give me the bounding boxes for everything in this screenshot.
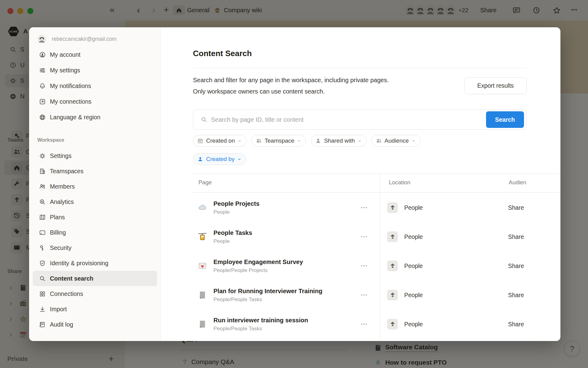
row-actions-button[interactable] (360, 320, 368, 328)
menu-item-label: Identity & provisioning (50, 260, 108, 267)
settings-menu-item[interactable]: Audit log (33, 317, 157, 332)
menu-item-icon (39, 214, 46, 221)
search-button[interactable]: Search (486, 111, 524, 128)
menu-item-label: Content search (50, 275, 93, 282)
menu-item-icon (39, 244, 46, 251)
row-actions-button[interactable] (360, 262, 368, 270)
page-icon (198, 203, 207, 213)
table-row[interactable]: People Tasks People People Share (193, 222, 560, 251)
audience-cell: Share (508, 262, 524, 269)
settings-menu-item[interactable]: Members (33, 179, 157, 194)
settings-menu-item[interactable]: My account (33, 47, 157, 63)
page-path-cell: People (213, 238, 252, 244)
filter-chip-label: Created on (206, 137, 235, 144)
filter-chip[interactable]: Created on (193, 135, 247, 147)
settings-menu-item[interactable]: Connections (33, 286, 157, 301)
filter-chip[interactable]: Shared with (311, 135, 366, 147)
settings-menu-item[interactable]: Content search (33, 271, 157, 286)
settings-menu-item[interactable]: My settings (33, 63, 157, 78)
teamspace-flower-icon (387, 319, 398, 329)
settings-menu-item[interactable]: Import (33, 301, 157, 317)
settings-menu-item[interactable]: My notifications (33, 78, 157, 94)
menu-item-icon (39, 229, 46, 236)
active-filter-row: Created by (193, 153, 246, 165)
filter-chip[interactable]: Teamspace (251, 135, 306, 147)
menu-item-icon (39, 67, 46, 74)
settings-menu-item[interactable]: Billing (33, 225, 157, 240)
filter-chip[interactable]: Audience (371, 135, 420, 147)
account-email: rebeccamcakir@gmail.com (52, 36, 116, 42)
location-cell: People (387, 260, 423, 271)
page-icon (198, 319, 207, 329)
filter-chip-icon (197, 156, 203, 162)
page-title-cell[interactable]: Plan for Running Interviewer Training (213, 287, 322, 294)
menu-item-label: Plans (50, 214, 65, 221)
settings-menu-item[interactable]: Analytics (33, 194, 157, 209)
account-avatar (37, 35, 46, 44)
settings-menu-item[interactable]: Settings (33, 148, 157, 163)
search-icon (201, 116, 207, 123)
settings-menu-item[interactable]: Security (33, 240, 157, 255)
table-row[interactable]: People Projects People People Share (193, 193, 560, 222)
divider (193, 68, 527, 68)
teamspace-flower-icon (387, 289, 398, 300)
menu-item-label: My notifications (50, 82, 91, 90)
location-cell: People (387, 231, 423, 242)
menu-item-label: My settings (50, 67, 80, 74)
audience-cell: Share (508, 320, 524, 328)
filter-chip[interactable]: Created by (193, 153, 246, 165)
row-actions-button[interactable] (360, 203, 368, 212)
settings-menu-item[interactable]: Plans (33, 209, 157, 225)
row-actions-button[interactable] (360, 291, 368, 299)
menu-item-icon (39, 51, 46, 58)
filter-chip-icon (197, 138, 203, 144)
column-header-location: Location (389, 179, 410, 186)
filter-chips-row: Created on Teamspace Shared with Audienc… (193, 135, 420, 147)
page-title-cell[interactable]: People Projects (213, 200, 259, 207)
page-path-cell: People/People Tasks (213, 296, 322, 302)
ellipsis-icon (360, 262, 368, 270)
menu-item-label: My account (50, 51, 81, 58)
menu-item-icon (39, 168, 46, 175)
menu-item-icon (39, 114, 46, 121)
menu-item-label: Security (50, 244, 71, 251)
filter-chip-label: Teamspace (265, 137, 294, 144)
menu-item-icon (39, 306, 46, 313)
table-row[interactable]: Plan for Running Interviewer Training Pe… (193, 280, 560, 309)
page-path-cell: People/People Tasks (213, 325, 308, 332)
settings-menu-item[interactable]: Identity & provisioning (33, 255, 157, 271)
ellipsis-icon (360, 291, 368, 299)
table-row[interactable]: Run interviewer training session People/… (193, 309, 560, 339)
menu-item-icon (39, 152, 46, 159)
menu-item-icon (39, 198, 46, 205)
menu-item-label: Members (50, 183, 75, 190)
settings-menu-item[interactable]: My connections (33, 94, 157, 109)
settings-menu-item[interactable]: Language & region (33, 109, 157, 125)
page-title-cell[interactable]: Employee Engagement Survey (213, 258, 303, 265)
menu-item-label: Settings (50, 152, 71, 159)
page-icon (198, 290, 207, 300)
export-results-button[interactable]: Export results (464, 77, 527, 94)
page-title: Content Search (193, 49, 252, 58)
menu-item-icon (39, 98, 46, 105)
menu-item-icon (39, 290, 46, 297)
filter-chip-icon (256, 138, 262, 144)
location-cell: People (387, 202, 423, 213)
page-title-cell[interactable]: Run interviewer training session (213, 316, 308, 324)
table-row[interactable]: Employee Engagement Survey People/People… (193, 251, 560, 280)
search-input[interactable] (211, 116, 526, 123)
search-box: Search (193, 109, 527, 130)
app-window: « ‹ › + General / Company wiki +22 Share… (0, 0, 588, 368)
page-title-cell[interactable]: People Tasks (213, 229, 252, 236)
account-row: rebeccamcakir@gmail.com (37, 35, 116, 44)
page-path-cell: People (213, 209, 259, 215)
teamspace-flower-icon (387, 260, 398, 271)
row-actions-button[interactable] (360, 232, 368, 241)
filter-chip-label: Shared with (324, 137, 355, 144)
chevron-down-icon (296, 138, 302, 144)
settings-menu-item[interactable]: Teamspaces (33, 163, 157, 179)
workspace-menu: Settings Teamspaces Members Analytics Pl… (29, 148, 161, 332)
page-icon (198, 232, 207, 242)
ellipsis-icon (360, 203, 368, 212)
teamspace-flower-icon (387, 231, 398, 242)
